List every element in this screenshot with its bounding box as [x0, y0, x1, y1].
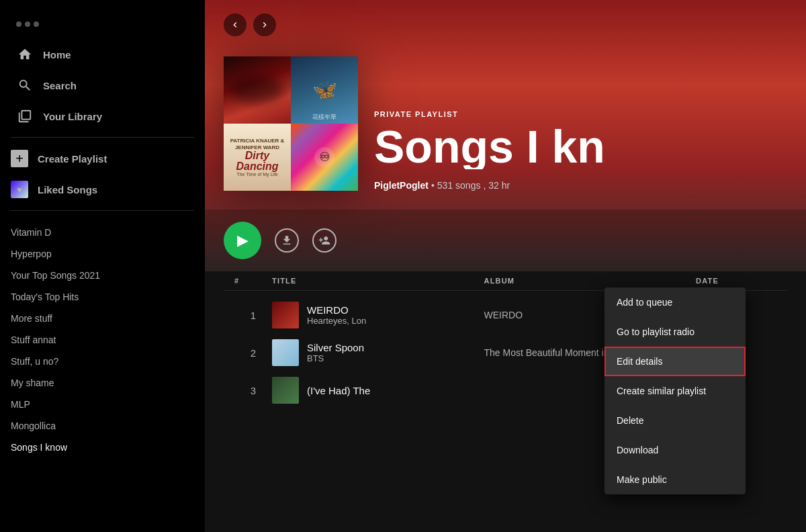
cover-q4: ♾: [291, 124, 358, 191]
track-num-3: 3: [234, 385, 261, 396]
sidebar-playlist-stuff-u-no[interactable]: Stuff, u no?: [11, 351, 194, 372]
library-icon: [16, 107, 34, 125]
sidebar-playlist-mlp[interactable]: MLP: [11, 394, 194, 415]
track-thumb-1: [272, 302, 299, 328]
forward-button[interactable]: [253, 13, 276, 36]
sidebar-playlist-songs-i-know[interactable]: Songs I know: [11, 437, 194, 458]
sidebar-divider-1: [11, 137, 194, 138]
menu-item-edit-details[interactable]: Edit details: [604, 347, 746, 376]
search-icon: [16, 77, 34, 94]
cover-q1: [224, 56, 291, 124]
sidebar-label-liked-songs: Liked Songs: [38, 184, 97, 195]
top-nav: [205, 0, 806, 43]
menu-item-add-to-queue[interactable]: Add to queue: [604, 287, 746, 317]
playlist-hero: 🦋 花樣年華 PATRICIA KNAUER & JENNIFER WARD D…: [205, 43, 806, 210]
menu-item-delete[interactable]: Delete: [604, 406, 746, 435]
track-num-1: 1: [234, 310, 261, 321]
menu-item-download[interactable]: Download: [604, 435, 746, 465]
controls-bar: ▶: [205, 210, 806, 271]
sidebar-playlist-hyperpop[interactable]: Hyperpop: [11, 243, 194, 265]
cover-q2: 🦋 花樣年華: [291, 56, 358, 124]
sidebar-label-search: Search: [43, 80, 77, 91]
playlist-title: Songs I kn: [374, 124, 744, 169]
follow-button[interactable]: [312, 228, 337, 253]
track-thumb-3: [272, 377, 299, 404]
window-controls: [11, 13, 194, 39]
sidebar-item-search[interactable]: Search: [11, 70, 194, 101]
track-title-1: WEIRDO: [307, 304, 366, 316]
track-num-2: 2: [234, 347, 261, 359]
track-title-2: Silver Spoon: [307, 342, 364, 353]
col-num: #: [234, 277, 261, 285]
play-button[interactable]: ▶: [224, 222, 261, 259]
playlist-duration: 32 hr: [488, 180, 510, 191]
dot-3: [34, 21, 39, 27]
col-date: DATE: [696, 277, 776, 285]
meta-separator-1: •: [431, 180, 435, 191]
col-title: TITLE: [272, 277, 474, 285]
sidebar-item-create-playlist[interactable]: + Create Playlist: [0, 143, 205, 174]
context-menu: Add to queue Go to playlist radio Edit d…: [604, 287, 746, 494]
main-content: 🦋 花樣年華 PATRICIA KNAUER & JENNIFER WARD D…: [205, 0, 806, 532]
sidebar-playlist-stuff-annat[interactable]: Stuff annat: [11, 329, 194, 351]
sidebar-playlist-vitamin-d[interactable]: Vitamin D: [11, 222, 194, 243]
menu-item-goto-playlist-radio[interactable]: Go to playlist radio: [604, 317, 746, 347]
home-icon: [16, 46, 34, 63]
sidebar-divider-2: [11, 210, 194, 211]
track-info-1: WEIRDO Hearteyes, Lon: [272, 302, 474, 328]
dot-2: [25, 21, 30, 27]
download-button[interactable]: [275, 228, 299, 253]
track-thumb-2: [272, 339, 299, 366]
dot-1: [16, 21, 21, 27]
sidebar-playlist-top-hits[interactable]: Today's Top Hits: [11, 286, 194, 308]
playlist-meta: PigletPoglet • 531 songs , 32 hr: [374, 180, 787, 191]
sidebar-playlist-top-songs-2021[interactable]: Your Top Songs 2021: [11, 265, 194, 286]
meta-separator-2: ,: [483, 180, 486, 191]
track-title-3: (I've Had) The: [307, 385, 370, 396]
sidebar-item-library[interactable]: Your Library: [11, 101, 194, 132]
menu-item-create-similar-playlist[interactable]: Create similar playlist: [604, 376, 746, 406]
playlist-type-label: PRIVATE PLAYLIST: [374, 110, 787, 118]
sidebar-playlist-mongollica[interactable]: Mongollica: [11, 415, 194, 437]
sidebar-playlist-list: Vitamin D Hyperpop Your Top Songs 2021 T…: [0, 216, 205, 532]
track-info-3: (I've Had) The: [272, 377, 474, 404]
cover-q3: PATRICIA KNAUER & JENNIFER WARD Dirty Da…: [224, 124, 291, 191]
sidebar-label-home: Home: [43, 49, 71, 60]
sidebar-playlist-more-stuff[interactable]: More stuff: [11, 308, 194, 329]
sidebar-item-home[interactable]: Home: [11, 39, 194, 70]
back-button[interactable]: [224, 13, 247, 36]
create-playlist-icon: +: [11, 150, 28, 167]
track-artist-2: BTS: [307, 353, 364, 363]
sidebar-label-library: Your Library: [43, 111, 102, 122]
sidebar-item-liked-songs[interactable]: ♥ Liked Songs: [0, 174, 205, 205]
sidebar-label-create-playlist: Create Playlist: [38, 153, 107, 165]
track-artist-1: Hearteyes, Lon: [307, 316, 366, 326]
liked-songs-icon: ♥: [11, 181, 28, 198]
playlist-song-count: 531 songs: [437, 180, 481, 191]
menu-item-make-public[interactable]: Make public: [604, 465, 746, 494]
col-album: ALBUM: [484, 277, 686, 285]
sidebar-playlist-my-shame[interactable]: My shame: [11, 372, 194, 394]
playlist-info: PRIVATE PLAYLIST Songs I kn PigletPoglet…: [374, 110, 787, 191]
track-info-2: Silver Spoon BTS: [272, 339, 474, 366]
playlist-cover: 🦋 花樣年華 PATRICIA KNAUER & JENNIFER WARD D…: [224, 56, 358, 191]
playlist-owner: PigletPoglet: [374, 180, 429, 191]
sidebar: Home Search Your Library + Create Playli…: [0, 0, 205, 532]
